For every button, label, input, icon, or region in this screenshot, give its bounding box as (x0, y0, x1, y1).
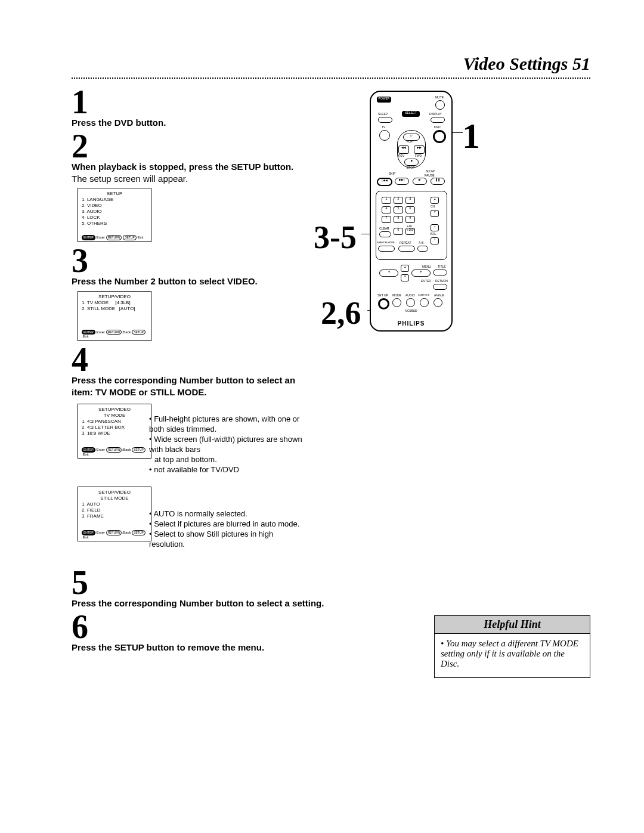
callout-3-5: 3-5 (314, 219, 357, 256)
clear-button[interactable] (379, 231, 391, 237)
key-5[interactable]: 5 (394, 206, 403, 213)
key-4[interactable]: 4 (382, 206, 391, 213)
return-label: RETURN (435, 279, 448, 283)
osd-item: 3. AUDIO (82, 209, 147, 215)
osd-foot-enter: :Enter (95, 236, 105, 239)
mute-label: MUTE (432, 95, 447, 99)
right-button[interactable]: ▸ (411, 270, 431, 277)
step-6-text: Press the SETUP button to remove the men… (72, 642, 310, 654)
key-3[interactable]: 3 (405, 197, 415, 204)
osd-foot: :Enter (95, 330, 105, 334)
osd-foot-pill: SETUP (132, 330, 145, 335)
osd-foot: :Enter (95, 531, 105, 534)
step-5-text: Press the corresponding Number button to… (72, 597, 340, 609)
osd-foot-pill: SETUP (132, 530, 145, 535)
page-title: Video Settings 51 (72, 54, 590, 74)
key-8[interactable]: 8 (394, 216, 403, 223)
step-1-text: Press the DVD button. (72, 117, 310, 129)
osd-item: 2. STILL MODE (82, 306, 115, 311)
osd-item: 1. TV MODE (82, 300, 109, 305)
pause-button[interactable]: ❚❚ (431, 178, 445, 185)
osd-title: SETUP/VIDEO (82, 490, 147, 496)
osd-subtitle: TV MODE (82, 413, 147, 419)
osd-stillmode-screen: SETUP/VIDEO STILL MODE 1. AUTO 2. FIELD … (78, 487, 151, 541)
left-button[interactable]: ◂ (379, 270, 398, 277)
step-number-6: 6 (72, 612, 310, 642)
mute-button[interactable] (435, 100, 445, 110)
mode-label: MODE (392, 293, 401, 297)
remote-control: POWER MUTE SLEEP SELECT DISPLAY TV DVD P… (370, 91, 453, 332)
dvd-button[interactable] (433, 130, 446, 143)
annot-line: • Full-height pictures are shown, with o… (149, 414, 310, 435)
annot-line: • Select to show Still pictures in high … (149, 529, 310, 550)
rev-label: REV (398, 154, 404, 157)
osd-foot: :Exit (82, 453, 89, 456)
up-button[interactable]: ▴ (401, 265, 409, 272)
rev-button[interactable]: ◀◀ (398, 145, 409, 154)
osd-title: SETUP/VIDEO (82, 294, 147, 300)
mode-button[interactable] (392, 298, 401, 307)
ch-down-button[interactable]: ▾ (431, 210, 439, 217)
sleep-button[interactable] (378, 117, 392, 123)
enter-label: ENTER (421, 279, 431, 283)
repeat-label: REPEAT (400, 241, 411, 244)
osd-foot-pill: ENTER (82, 330, 95, 335)
key-9[interactable]: 9 (405, 216, 415, 223)
osd-foot-pill: RETURN (106, 330, 122, 335)
audio-label: AUDIO (405, 293, 415, 297)
stop-button[interactable]: ■ (404, 159, 419, 166)
key-1[interactable]: 1 (382, 197, 391, 204)
ch-label: CH. (431, 205, 436, 208)
osd-item: 4. LOCK (82, 215, 147, 221)
pause-label: PAUSE (425, 174, 435, 177)
step-2-reg: The setup screen will appear. (72, 174, 188, 184)
power-button[interactable]: POWER (377, 97, 391, 103)
key-7[interactable]: 7 (382, 216, 391, 223)
step-number-4: 4 (72, 345, 310, 374)
setup-button[interactable] (378, 298, 389, 309)
select-button[interactable]: SELECT (402, 111, 420, 117)
key-0[interactable]: 0 (394, 228, 403, 235)
subtitle-button[interactable] (420, 298, 429, 307)
slow-button[interactable]: ▶ (413, 178, 427, 185)
angle-button[interactable] (434, 298, 442, 307)
hint-body: • You may select a different TV MODE set… (435, 634, 590, 677)
menu-label: MENU (422, 265, 431, 268)
vol-down-button[interactable]: ▿ (431, 237, 439, 244)
audio-button[interactable] (406, 298, 415, 307)
menu-title-button[interactable] (433, 270, 447, 275)
plus100-button[interactable]: +100 (405, 228, 415, 235)
subtitle-label: SUBTITLE (418, 293, 429, 296)
annot-line: • AUTO is normally selected. (149, 509, 310, 519)
osd-item: 5. OTHERS (82, 221, 147, 227)
osd-foot: :Back (122, 531, 131, 534)
step-2-bold: When playback is stopped, press the SETU… (72, 162, 293, 172)
skip-prev-button[interactable]: |◀◀ (377, 178, 392, 186)
osd-foot: :Enter (95, 448, 105, 451)
brand-label: PHILIPS (371, 320, 451, 327)
setup-label: SET UP (377, 293, 388, 297)
display-label: DISPLAY (429, 112, 442, 116)
tv-button[interactable] (379, 130, 390, 141)
osd-setup-screen: SETUP 1. LANGUAGE 2. VIDEO 3. AUDIO 4. L… (78, 188, 151, 242)
vol-up-button[interactable]: ▵ (431, 224, 439, 231)
display-button[interactable] (431, 117, 445, 123)
ab-button[interactable] (417, 246, 428, 252)
searchmode-button[interactable] (378, 246, 395, 252)
key-2[interactable]: 2 (394, 197, 403, 204)
fwd-button[interactable]: ▶▶ (414, 145, 425, 154)
skip-next-button[interactable]: ▶▶| (395, 178, 409, 185)
step-number-3: 3 (72, 246, 310, 275)
osd-value: [AUTO] (119, 306, 135, 311)
annot-line: • Select if pictures are blurred in auto… (149, 519, 310, 529)
repeat-button[interactable] (398, 246, 415, 252)
down-button[interactable]: ▾ (401, 274, 409, 281)
key-6[interactable]: 6 (405, 206, 415, 213)
osd-foot-return-pill: RETURN (106, 235, 122, 240)
osd-value: [4:3LB] (115, 300, 130, 305)
ch-up-button[interactable]: ▴ (431, 197, 439, 204)
angle-label: ANGLE (434, 293, 444, 297)
enter-return-button[interactable] (433, 284, 447, 290)
step-3-text: Press the Number 2 button to select VIDE… (72, 275, 310, 287)
play-button[interactable]: ▷ (403, 134, 420, 141)
